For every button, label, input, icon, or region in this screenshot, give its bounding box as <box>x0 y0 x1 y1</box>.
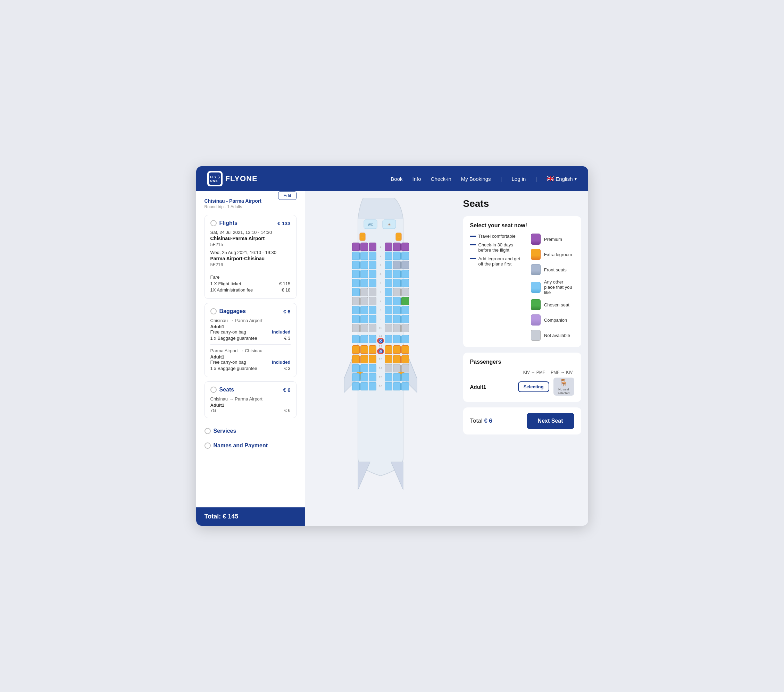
edit-button[interactable]: Edit <box>278 191 296 200</box>
seat-7E[interactable] <box>393 297 401 305</box>
seat-13D[interactable] <box>385 355 392 363</box>
seat-14B[interactable] <box>361 364 368 372</box>
seat-12F[interactable] <box>401 345 409 353</box>
seat-2F[interactable] <box>401 251 409 260</box>
seat-4B[interactable] <box>361 270 368 278</box>
seat-12A[interactable] <box>352 345 360 353</box>
seat-1E[interactable] <box>393 243 401 251</box>
seat-3B[interactable] <box>361 261 368 269</box>
seat-8A[interactable] <box>352 306 360 314</box>
seat-9E[interactable] <box>393 315 401 323</box>
seat-5D[interactable] <box>385 279 392 287</box>
seat-11D[interactable] <box>385 335 392 343</box>
seat-15C[interactable] <box>369 373 376 381</box>
seat-4A[interactable] <box>352 270 360 278</box>
fare-label: Fare <box>211 274 291 280</box>
seat-3D[interactable] <box>385 261 392 269</box>
seat-1C[interactable] <box>369 243 376 251</box>
seat-icon: 🪑 <box>559 378 568 386</box>
seat-9A[interactable] <box>352 315 360 323</box>
seat-11B[interactable] <box>361 335 368 343</box>
seat-12D[interactable] <box>385 345 392 353</box>
seat-5A[interactable] <box>352 279 360 287</box>
seat-3E[interactable] <box>393 261 401 269</box>
seat-3A[interactable] <box>352 261 360 269</box>
seat-16A[interactable] <box>352 382 360 390</box>
seat-9F[interactable] <box>401 315 409 323</box>
seat-2E[interactable] <box>393 251 401 260</box>
seat-16D[interactable] <box>385 382 392 390</box>
seat-16B[interactable] <box>361 382 368 390</box>
seat-2C[interactable] <box>369 251 376 260</box>
seat-5C[interactable] <box>369 279 376 287</box>
seat-16E[interactable] <box>393 382 401 390</box>
bottom-bar: Total € 6 Next Seat <box>463 408 581 434</box>
seat-13C[interactable] <box>369 355 376 363</box>
next-seat-button[interactable]: Next Seat <box>527 413 574 429</box>
seat-6B <box>361 288 368 296</box>
seat-8F[interactable] <box>401 306 409 314</box>
nav-checkin[interactable]: Check-in <box>431 176 451 182</box>
seat-11A[interactable] <box>352 335 360 343</box>
seat-7D[interactable] <box>385 297 392 305</box>
seat-13A[interactable] <box>352 355 360 363</box>
seat-11E[interactable] <box>393 335 401 343</box>
seat-12B[interactable] <box>361 345 368 353</box>
route1-label: KIV → PMF <box>523 370 545 375</box>
seat-2B[interactable] <box>361 251 368 260</box>
seat-15A[interactable] <box>352 373 360 381</box>
seat-13B[interactable] <box>361 355 368 363</box>
seat-row-14: 14 <box>352 364 409 372</box>
feature3: Add legroom and get off the plane first <box>470 256 522 266</box>
seat-1D[interactable] <box>385 243 392 251</box>
legend-front: Front seats <box>531 264 574 275</box>
seat-7G-chosen[interactable] <box>401 297 409 305</box>
seat-1B[interactable] <box>361 243 368 251</box>
flight1-num: 5F215 <box>211 242 291 247</box>
seat-14C[interactable] <box>369 364 376 372</box>
seat-6A[interactable] <box>352 288 360 296</box>
seat-15D[interactable] <box>385 373 392 381</box>
seat-3F[interactable] <box>401 261 409 269</box>
seat-16F[interactable] <box>401 382 409 390</box>
seat-8E[interactable] <box>393 306 401 314</box>
seat-15E[interactable] <box>393 373 401 381</box>
feature2: Check-in 30 days before the flight <box>470 242 522 253</box>
seat-4C[interactable] <box>369 270 376 278</box>
seat-9D[interactable] <box>385 315 392 323</box>
seat-14A[interactable] <box>352 364 360 372</box>
seat-1A[interactable] <box>352 243 360 251</box>
seat-6D[interactable] <box>385 288 392 296</box>
nav-info[interactable]: Info <box>412 176 421 182</box>
seat-4F[interactable] <box>401 270 409 278</box>
seat-5B[interactable] <box>361 279 368 287</box>
seat-4E[interactable] <box>393 270 401 278</box>
seat-15B[interactable] <box>361 373 368 381</box>
seat-11C[interactable] <box>369 335 376 343</box>
seat-11F[interactable] <box>401 335 409 343</box>
seat-8D[interactable] <box>385 306 392 314</box>
seat-13E[interactable] <box>393 355 401 363</box>
nav-login[interactable]: Log in <box>512 176 526 182</box>
seat-15F[interactable] <box>401 373 409 381</box>
nav-language[interactable]: 🇬🇧 English ▾ <box>547 175 577 182</box>
seat-12C[interactable] <box>369 345 376 353</box>
seat-4D[interactable] <box>385 270 392 278</box>
seat-2A[interactable] <box>352 251 360 260</box>
seat-5E[interactable] <box>393 279 401 287</box>
total-display: Total € 6 <box>470 418 492 424</box>
seat-13F[interactable] <box>401 355 409 363</box>
seat-16C[interactable] <box>369 382 376 390</box>
selecting-badge[interactable]: Selecting <box>518 381 549 392</box>
seat-9C[interactable] <box>369 315 376 323</box>
nav-mybookings[interactable]: My Bookings <box>461 176 491 182</box>
seat-5F[interactable] <box>401 279 409 287</box>
seat-8C[interactable] <box>369 306 376 314</box>
seat-1F[interactable] <box>401 243 409 251</box>
seat-12E[interactable] <box>393 345 401 353</box>
seat-8B[interactable] <box>361 306 368 314</box>
seat-3C[interactable] <box>369 261 376 269</box>
seat-9B[interactable] <box>361 315 368 323</box>
nav-book[interactable]: Book <box>390 176 402 182</box>
seat-2D[interactable] <box>385 251 392 260</box>
